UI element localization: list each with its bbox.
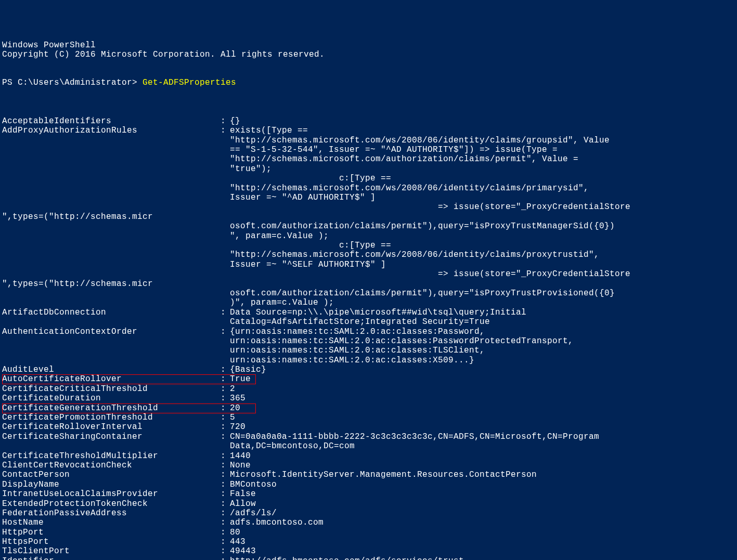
- property-row: HostName: adfs.bmcontoso.com: [2, 518, 735, 527]
- property-key: CertificatePromotionThreshold: [2, 413, 221, 422]
- property-row: CertificateSharingContainer: CN=0a0a0a0a…: [2, 432, 735, 441]
- separator: :: [221, 422, 230, 432]
- property-row: AddProxyAuthorizationRules: exists([Type…: [2, 126, 735, 135]
- property-row: ArtifactDbConnection: Data Source=np:\\.…: [2, 308, 735, 317]
- prompt-prefix: PS C:\Users\Administrator>: [2, 78, 143, 87]
- property-value-continuation: c:[Type ==: [2, 174, 657, 183]
- separator: :: [221, 489, 230, 499]
- property-value-continuation: "true");: [2, 164, 657, 174]
- property-value-wrap: ",types=("http://schemas.micr: [2, 279, 657, 289]
- property-value: /adfs/ls/: [230, 509, 277, 518]
- property-value: 2: [230, 384, 235, 394]
- property-key: CertificateSharingContainer: [2, 432, 221, 441]
- separator: :: [221, 365, 230, 374]
- property-key: FederationPassiveAddress: [2, 509, 221, 518]
- separator: :: [221, 374, 230, 384]
- property-key: CertificateGenerationThreshold: [2, 403, 221, 413]
- separator: :: [221, 546, 230, 556]
- separator: :: [221, 403, 230, 413]
- property-key: AuthenticationContextOrder: [2, 327, 221, 336]
- property-row: Identifier: http://adfs.bmcontoso.com/ad…: [2, 556, 735, 560]
- property-key: TlsClientPort: [2, 546, 221, 556]
- property-value: 720: [230, 422, 245, 432]
- property-row: DisplayName: BMContoso: [2, 480, 735, 489]
- property-key: HostName: [2, 518, 221, 527]
- separator: :: [221, 461, 230, 470]
- property-value-wrap: ",types=("http://schemas.micr: [2, 212, 657, 222]
- property-value: 443: [230, 537, 245, 546]
- separator: :: [221, 327, 230, 336]
- property-value: {Basic}: [230, 365, 266, 374]
- separator: :: [221, 432, 230, 441]
- separator: :: [221, 470, 230, 479]
- property-key: AddProxyAuthorizationRules: [2, 126, 221, 135]
- property-value: adfs.bmcontoso.com: [230, 518, 324, 527]
- property-row: HttpPort: 80: [2, 528, 735, 537]
- property-value: exists([Type ==: [230, 126, 308, 135]
- property-row: TlsClientPort: 49443: [2, 546, 735, 556]
- property-value-continuation: "http://schemas.microsoft.com/ws/2008/06…: [2, 184, 657, 193]
- separator: :: [221, 509, 230, 518]
- property-key: CertificateRolloverInterval: [2, 422, 221, 432]
- property-row: AuthenticationContextOrder: {urn:oasis:n…: [2, 327, 735, 336]
- separator: :: [221, 413, 230, 422]
- separator: :: [221, 116, 230, 126]
- property-row: ExtendedProtectionTokenCheck: Allow: [2, 499, 735, 509]
- property-value: False: [230, 489, 256, 499]
- property-key: CertificateDuration: [2, 394, 221, 403]
- property-value-continuation: Catalog=AdfsArtifactStore;Integrated Sec…: [2, 317, 657, 327]
- header-line-1: Windows PowerShell: [2, 41, 96, 50]
- property-value-continuation: => issue(store="_ProxyCredentialStore: [2, 202, 657, 212]
- property-value: 20: [230, 403, 240, 413]
- property-value: 1440: [230, 451, 251, 461]
- separator: :: [221, 451, 230, 461]
- property-row: CertificateGenerationThreshold: 20: [2, 403, 735, 413]
- separator: :: [221, 126, 230, 135]
- property-value: True: [230, 374, 251, 384]
- separator: :: [221, 308, 230, 317]
- separator: :: [221, 499, 230, 509]
- property-value: None: [230, 461, 251, 470]
- property-value-continuation: urn:oasis:names:tc:SAML:2.0:ac:classes:P…: [2, 336, 657, 346]
- property-row: AutoCertificateRollover: True: [2, 374, 735, 384]
- property-value: Microsoft.IdentityServer.Management.Reso…: [230, 470, 537, 479]
- prompt-line[interactable]: PS C:\Users\Administrator> Get-ADFSPrope…: [2, 78, 735, 87]
- property-value-continuation: c:[Type ==: [2, 241, 657, 250]
- property-value-continuation: Issuer =~ "^AD AUTHORITY$" ]: [2, 193, 657, 202]
- property-value: 365: [230, 394, 245, 403]
- property-row: AuditLevel: {Basic}: [2, 365, 735, 374]
- property-value: 49443: [230, 546, 256, 556]
- property-value-continuation: Issuer =~ "^SELF AUTHORITY$" ]: [2, 260, 657, 269]
- property-value-continuation: ", param=c.Value );: [2, 231, 657, 241]
- property-value-continuation: osoft.com/authorization/claims/permit"),…: [2, 289, 657, 298]
- terminal-header: Windows PowerShell Copyright (C) 2016 Mi…: [2, 41, 735, 60]
- property-row: CertificatePromotionThreshold: 5: [2, 413, 735, 422]
- separator: :: [221, 480, 230, 489]
- command-output: AcceptableIdentifiers: {}AddProxyAuthori…: [2, 116, 735, 560]
- property-value-continuation: urn:oasis:names:tc:SAML:2.0:ac:classes:X…: [2, 356, 657, 365]
- property-row: CertificateCriticalThreshold: 2: [2, 384, 735, 394]
- property-value-continuation: == "S-1-5-32-544", Issuer =~ "^AD AUTHOR…: [2, 145, 657, 154]
- property-row: HttpsPort: 443: [2, 537, 735, 546]
- property-key: ExtendedProtectionTokenCheck: [2, 499, 221, 509]
- separator: :: [221, 528, 230, 537]
- property-row: ClientCertRevocationCheck: None: [2, 461, 735, 470]
- property-value-continuation: => issue(store="_ProxyCredentialStore: [2, 269, 657, 279]
- property-row: CertificateThresholdMultiplier: 1440: [2, 451, 735, 461]
- separator: :: [221, 394, 230, 403]
- property-key: HttpsPort: [2, 537, 221, 546]
- separator: :: [221, 384, 230, 394]
- separator: :: [221, 537, 230, 546]
- property-key: AuditLevel: [2, 365, 221, 374]
- property-row: AcceptableIdentifiers: {}: [2, 116, 735, 126]
- property-key: AutoCertificateRollover: [2, 374, 221, 384]
- property-row: CertificateDuration: 365: [2, 394, 735, 403]
- command-text: Get-ADFSProperties: [143, 78, 236, 87]
- property-key: HttpPort: [2, 528, 221, 537]
- property-value-continuation: osoft.com/authorization/claims/permit"),…: [2, 222, 657, 231]
- property-value: {}: [230, 116, 240, 126]
- property-value: Data Source=np:\\.\pipe\microsoft##wid\t…: [230, 308, 526, 317]
- property-key: ArtifactDbConnection: [2, 308, 221, 317]
- property-key: ContactPerson: [2, 470, 221, 479]
- property-row: ContactPerson: Microsoft.IdentityServer.…: [2, 470, 735, 479]
